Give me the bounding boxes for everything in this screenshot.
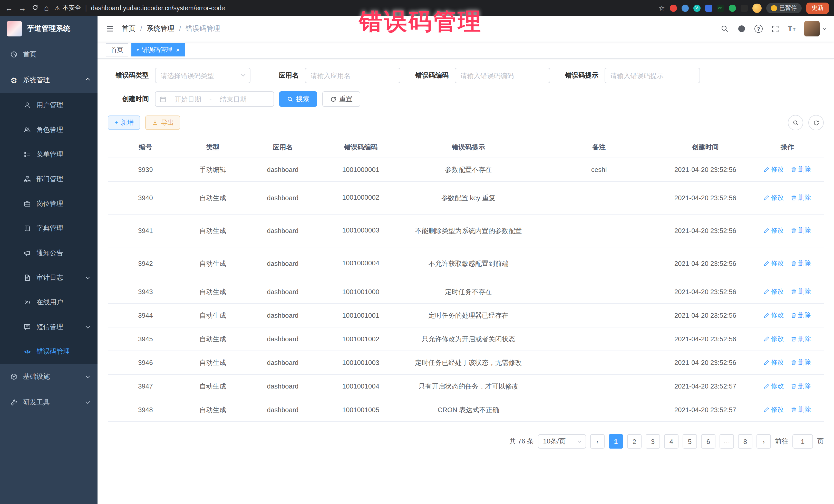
- page-ellipsis-button[interactable]: ···: [720, 434, 734, 448]
- browser-reload-icon[interactable]: [32, 4, 39, 12]
- fullscreen-icon[interactable]: [771, 25, 779, 32]
- delete-link[interactable]: 删除: [791, 335, 811, 343]
- breadcrumb-item-home[interactable]: 首页: [122, 24, 135, 34]
- cell-actions: 修改 删除: [751, 181, 824, 214]
- delete-link[interactable]: 删除: [791, 382, 811, 391]
- edit-link[interactable]: 修改: [764, 358, 784, 367]
- help-icon[interactable]: ?: [754, 25, 763, 33]
- reset-button[interactable]: 重置: [322, 91, 360, 107]
- sidebar-item-label: 系统管理: [23, 75, 81, 85]
- edit-link[interactable]: 修改: [764, 194, 784, 202]
- prev-page-button[interactable]: ‹: [590, 434, 605, 448]
- chevron-up-icon: [86, 78, 90, 82]
- error-hint-input[interactable]: [605, 68, 700, 83]
- error-type-select[interactable]: [155, 68, 250, 83]
- page-button-3[interactable]: 3: [646, 434, 660, 448]
- sidebar-item-positions[interactable]: 岗位管理: [0, 192, 97, 216]
- browser-back-icon[interactable]: ←: [5, 4, 13, 12]
- delete-link[interactable]: 删除: [791, 194, 811, 202]
- close-icon[interactable]: ×: [176, 46, 180, 53]
- delete-link[interactable]: 删除: [791, 406, 811, 414]
- github-icon[interactable]: [738, 25, 746, 33]
- page-button-5[interactable]: 5: [683, 434, 697, 448]
- user-menu[interactable]: [804, 21, 826, 37]
- tab-home[interactable]: 首页: [106, 43, 128, 57]
- delete-link[interactable]: 删除: [791, 259, 811, 268]
- extension-icon-on[interactable]: on: [717, 4, 724, 12]
- delete-link[interactable]: 删除: [791, 226, 811, 235]
- date-range-picker[interactable]: -: [155, 91, 274, 107]
- extension-icon-teal[interactable]: V: [693, 4, 700, 12]
- bookmark-star-icon[interactable]: ☆: [658, 4, 665, 12]
- error-type-select-input[interactable]: [155, 68, 250, 83]
- sidebar-item-infrastructure[interactable]: 基础设施: [0, 364, 97, 390]
- edit-link[interactable]: 修改: [764, 287, 784, 296]
- error-code-input[interactable]: [455, 68, 550, 83]
- book-icon: [23, 225, 31, 232]
- edit-link[interactable]: 修改: [764, 382, 784, 391]
- browser-profile-avatar[interactable]: [752, 3, 761, 13]
- extension-icon-grid[interactable]: [705, 4, 712, 12]
- next-page-button[interactable]: ›: [756, 434, 771, 448]
- hamburger-icon[interactable]: [106, 25, 114, 33]
- sidebar-item-dev-tools[interactable]: 研发工具: [0, 390, 97, 415]
- page-button-8[interactable]: 8: [738, 434, 752, 448]
- breadcrumb-item-system[interactable]: 系统管理: [147, 24, 175, 34]
- sidebar-item-departments[interactable]: 部门管理: [0, 167, 97, 192]
- sidebar-item-roles[interactable]: 角色管理: [0, 117, 97, 142]
- end-date-input[interactable]: [214, 95, 253, 103]
- sidebar-item-announcements[interactable]: 通知公告: [0, 241, 97, 265]
- delete-link[interactable]: 删除: [791, 358, 811, 367]
- edit-link[interactable]: 修改: [764, 259, 784, 268]
- sidebar-item-dictionary[interactable]: 字典管理: [0, 216, 97, 241]
- start-date-input[interactable]: [168, 95, 207, 103]
- url-text[interactable]: dashboard.yudao.iocoder.cn/system/error-…: [91, 4, 225, 12]
- edit-link[interactable]: 修改: [764, 165, 784, 174]
- security-indicator[interactable]: ⚠ 不安全: [54, 4, 81, 12]
- add-button[interactable]: + 新增: [108, 115, 140, 130]
- extension-icon-blue[interactable]: [681, 4, 688, 12]
- show-search-button[interactable]: [788, 115, 803, 130]
- delete-link[interactable]: 删除: [791, 311, 811, 320]
- tab-error-code[interactable]: ● 错误码管理 ×: [131, 43, 185, 57]
- search-icon[interactable]: [721, 25, 729, 33]
- omnibox[interactable]: ⚠ 不安全 | dashboard.yudao.iocoder.cn/syste…: [54, 4, 653, 12]
- sidebar-item-sms[interactable]: 短信管理: [0, 314, 97, 339]
- sidebar-item-menus[interactable]: 菜单管理: [0, 142, 97, 167]
- edit-link[interactable]: 修改: [764, 406, 784, 414]
- goto-page-input[interactable]: [792, 434, 813, 448]
- sidebar-item-audit-log[interactable]: 审计日志: [0, 265, 97, 290]
- export-button[interactable]: 导出: [146, 115, 180, 130]
- extension-icon-red[interactable]: [670, 4, 677, 12]
- extensions-puzzle-icon[interactable]: [740, 4, 748, 12]
- sidebar-item-home[interactable]: 首页: [0, 42, 97, 67]
- browser-home-icon[interactable]: ⌂: [44, 4, 49, 12]
- edit-link[interactable]: 修改: [764, 311, 784, 320]
- paused-badge[interactable]: 已暂停: [766, 3, 802, 13]
- page-button-6[interactable]: 6: [701, 434, 716, 448]
- page-size-select[interactable]: 10条/页: [538, 434, 586, 448]
- browser-forward-icon[interactable]: →: [19, 4, 26, 12]
- page-button-4[interactable]: 4: [664, 434, 679, 448]
- search-button[interactable]: 搜索: [279, 91, 317, 107]
- browser-update-button[interactable]: 更新: [806, 2, 829, 14]
- delete-link[interactable]: 删除: [791, 165, 811, 174]
- refresh-button[interactable]: [808, 115, 824, 130]
- edit-link[interactable]: 修改: [764, 226, 784, 235]
- app-name-input[interactable]: [305, 68, 400, 83]
- edit-link[interactable]: 修改: [764, 335, 784, 343]
- sidebar-item-system[interactable]: ⚙ 系统管理: [0, 67, 97, 93]
- filter-code: 错误码编码: [408, 68, 557, 83]
- delete-link[interactable]: 删除: [791, 287, 811, 296]
- page-button-1[interactable]: 1: [609, 434, 623, 448]
- page-button-2[interactable]: 2: [627, 434, 641, 448]
- col-remark: 备注: [539, 137, 659, 158]
- sidebar-item-users[interactable]: 用户管理: [0, 93, 97, 117]
- logo[interactable]: 芋道管理系统: [0, 16, 97, 42]
- font-size-icon[interactable]: TT: [788, 25, 795, 33]
- extension-icon-green[interactable]: [728, 4, 736, 12]
- sidebar-item-error-code[interactable]: </> 错误码管理: [0, 339, 97, 364]
- sidebar-item-online-users[interactable]: 在线用户: [0, 290, 97, 314]
- cell-id: 3943: [108, 280, 183, 304]
- tags-view: 首页 ● 错误码管理 ×: [97, 42, 834, 59]
